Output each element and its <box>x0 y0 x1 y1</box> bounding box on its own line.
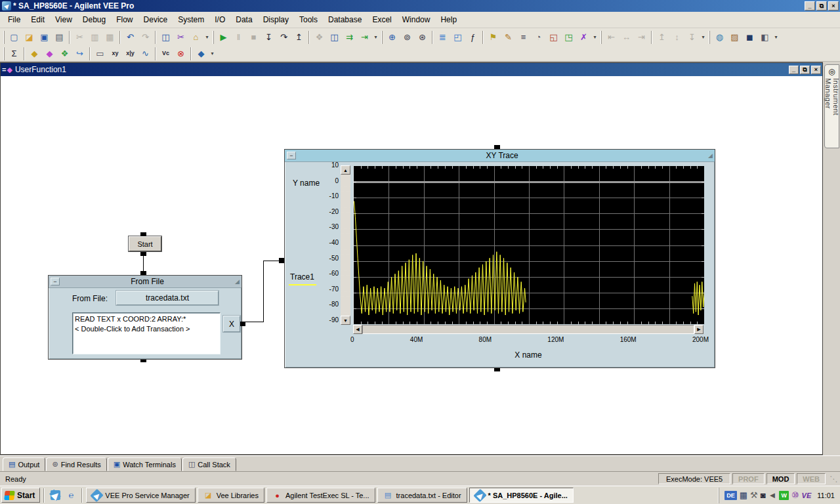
menu-item[interactable]: Excel <box>367 13 396 26</box>
container-button[interactable]: ▭ <box>93 47 108 61</box>
web-browser-button[interactable]: ◍ <box>712 30 727 45</box>
connect-objects-button[interactable]: ⇉ <box>342 30 357 45</box>
user-object-button[interactable]: ◆ <box>42 47 57 61</box>
align-top-button[interactable]: ↥ <box>654 30 669 45</box>
scroll-down-button[interactable]: ▼ <box>341 316 350 325</box>
toolbar-button[interactable] <box>600 31 602 44</box>
tab-find-results[interactable]: ⊚ Find Results <box>46 457 106 471</box>
redo-button[interactable]: ↷ <box>138 30 153 45</box>
transaction-line[interactable]: READ TEXT x COORD:2 ARRAY:* <box>75 314 218 324</box>
trace1-legend-label[interactable]: Trace1 <box>290 272 314 282</box>
scroll-up-button[interactable]: ▲ <box>341 165 350 175</box>
toolbar-button[interactable]: ▾ <box>591 30 598 45</box>
scroll-right-button[interactable]: ▶ <box>694 325 704 334</box>
align-right-button[interactable]: ⇥ <box>634 30 649 45</box>
toolbar-button[interactable]: ▾ <box>772 30 780 45</box>
toolbar-button[interactable] <box>482 31 484 44</box>
menu-item[interactable]: Edit <box>26 13 50 26</box>
undo-button[interactable]: ↶ <box>123 30 138 45</box>
new-file-button[interactable]: ▢ <box>7 30 22 45</box>
find-next-button[interactable]: ⊛ <box>415 30 430 45</box>
y-axis-scrollbar[interactable]: ▲ ▼ <box>341 165 350 325</box>
menu-item[interactable]: Window <box>397 13 436 26</box>
menu-item[interactable]: Debug <box>77 13 111 26</box>
function-browser-button[interactable]: ƒ <box>465 30 480 45</box>
function-close-button[interactable]: × <box>811 66 821 74</box>
toolbar-button[interactable] <box>308 31 310 44</box>
align-middle-button[interactable]: ↕ <box>669 30 684 45</box>
tab-call-stack[interactable]: ◫ Call Stack <box>182 457 236 471</box>
menu-item[interactable]: I/O <box>209 13 230 26</box>
toolbar-button[interactable] <box>89 47 91 60</box>
menu-item[interactable]: View <box>50 13 77 26</box>
xy-trace-object[interactable]: − XY Trace ◢ Y name 100-10-20-30-40-50-6… <box>284 149 715 368</box>
call-function-button[interactable]: ↪ <box>72 47 87 61</box>
menu-item[interactable]: Database <box>323 13 367 26</box>
toolbar-button[interactable] <box>119 31 121 44</box>
show-terminals-button[interactable]: ▨ <box>727 30 742 45</box>
toolbar-button[interactable] <box>155 47 156 60</box>
copy-button[interactable]: ▥ <box>87 30 102 45</box>
menu-item[interactable]: Flow <box>111 13 138 26</box>
instrument-manager-tab[interactable]: ◎ Instrument Manager <box>824 64 839 148</box>
from-file-object[interactable]: − From File ◢ From File: tracedata.txt R… <box>48 275 242 360</box>
connection-tray-icon[interactable]: ◙ <box>761 490 766 500</box>
menu-item[interactable]: File <box>3 13 26 26</box>
pause-button[interactable]: ‖ <box>231 30 246 45</box>
toolbar-button[interactable] <box>3 47 5 60</box>
formula-button[interactable]: Σ <box>7 47 22 61</box>
program-explorer-button[interactable]: ≣ <box>435 30 450 45</box>
y-scroll-track[interactable] <box>341 175 350 316</box>
output-terminal-x[interactable]: X <box>223 316 240 332</box>
toolbar-button[interactable]: ▾ <box>700 30 707 45</box>
print-button[interactable]: ▤ <box>52 30 67 45</box>
delete-object-button[interactable]: ⊗ <box>173 47 188 61</box>
toolbar-button[interactable]: ▾ <box>372 30 379 45</box>
toolbar-button[interactable] <box>213 31 214 44</box>
file-name-button[interactable]: tracedata.txt <box>116 291 219 305</box>
open-file-button[interactable]: ◪ <box>22 30 37 45</box>
save-button[interactable]: ▣ <box>37 30 52 45</box>
toolbar-button[interactable] <box>69 31 70 44</box>
step-out-button[interactable]: ↥ <box>291 30 306 45</box>
task-tracedata-editor[interactable]: ▤ tracedata.txt - Editor <box>377 488 467 503</box>
menu-item[interactable]: Device <box>138 13 173 26</box>
find-button[interactable]: ⊚ <box>400 30 415 45</box>
task-vee-libraries[interactable]: ◪ Vee Libraries <box>198 488 264 503</box>
function-minimize-button[interactable]: _ <box>789 66 799 74</box>
user-function-button[interactable]: ◆ <box>27 47 42 61</box>
xy-trace-object-menu-button[interactable]: − <box>287 152 296 159</box>
vee-tray-icon[interactable]: VE <box>802 492 812 499</box>
maximize-button[interactable]: ⧉ <box>816 1 827 10</box>
toolbar-button[interactable] <box>432 31 433 44</box>
toolbar-button[interactable] <box>709 31 710 44</box>
menu-item[interactable]: Help <box>435 13 462 26</box>
toolbar-button[interactable] <box>190 47 192 60</box>
toolbar-button[interactable]: ▾ <box>209 47 216 61</box>
w-app-tray-icon[interactable]: W <box>779 491 789 500</box>
paste-button[interactable]: ▦ <box>102 30 117 45</box>
toolbar-button[interactable]: ▾ <box>203 30 211 45</box>
pan-button[interactable]: ❖ <box>312 30 327 45</box>
xy-trace-display-button[interactable]: xy <box>108 47 123 61</box>
view-detail-button[interactable]: ◰ <box>450 30 465 45</box>
menu-item[interactable]: Tools <box>294 13 323 26</box>
run-button[interactable]: ▶ <box>216 30 231 45</box>
tools-tray-icon[interactable]: ⚒ <box>750 490 758 500</box>
transaction-line[interactable]: < Double-Click to Add Transaction > <box>75 324 218 334</box>
x-axis-name-label[interactable]: X name <box>353 350 704 360</box>
volume-tray-icon[interactable]: ◄ <box>768 490 777 500</box>
properties-button[interactable]: ✎ <box>501 30 516 45</box>
waveform-display-button[interactable]: ∿ <box>138 47 153 61</box>
toolbar-button[interactable] <box>24 47 25 60</box>
default-preferences-button[interactable]: ⌂ <box>188 30 203 45</box>
bookmark-button[interactable]: ⚑ <box>486 30 501 45</box>
step-over-button[interactable]: ↷ <box>276 30 291 45</box>
x-axis-scrollbar[interactable]: ◀ ▶ <box>353 325 704 334</box>
clean-up-lines-button[interactable]: ✂ <box>173 30 188 45</box>
start-menu-button[interactable]: Start <box>1 488 40 503</box>
task-testexec[interactable]: ● Agilent TestExec SL - Te... <box>266 488 375 503</box>
data-object-button[interactable]: ◆ <box>194 47 209 61</box>
from-file-resize-icon[interactable]: ◢ <box>235 278 240 285</box>
documentation-button[interactable]: ≡ <box>516 30 531 45</box>
